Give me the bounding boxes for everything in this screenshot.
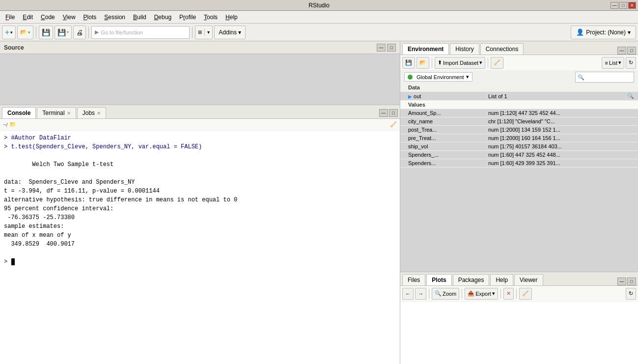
env-save-button[interactable]: 💾: [402, 57, 415, 69]
env-maximize-button[interactable]: □: [627, 47, 636, 55]
source-maximize-button[interactable]: □: [387, 44, 396, 52]
menu-view[interactable]: View: [59, 12, 79, 22]
source-minimize-button[interactable]: —: [377, 44, 386, 52]
env-refresh-button[interactable]: ↻: [626, 57, 636, 69]
plots-refresh-button[interactable]: ↻: [626, 288, 636, 300]
env-row-icon-out: ▶ out: [400, 92, 484, 101]
tab-viewer[interactable]: Viewer: [514, 274, 543, 285]
menu-build[interactable]: Build: [130, 12, 150, 22]
console-line-6: data: Spenders_Cleve and Spenders_NY: [4, 178, 396, 187]
table-row[interactable]: ship_vol num [1:75] 40157 36184 403...: [400, 142, 638, 151]
plots-back-icon: ←: [405, 291, 411, 297]
global-environment-dropdown[interactable]: Global Environment ▾: [404, 72, 472, 82]
console-maximize-button[interactable]: □: [389, 109, 398, 117]
plots-clear-button[interactable]: 🧹: [519, 288, 532, 300]
files-minimize-button[interactable]: —: [617, 278, 626, 285]
plots-forward-button[interactable]: →: [415, 288, 426, 300]
tab-plots[interactable]: Plots: [426, 274, 451, 285]
table-row[interactable]: city_name chr [1:120] "Cleveland" "C...: [400, 117, 638, 126]
tab-packages[interactable]: Packages: [453, 274, 490, 285]
console-line-4: Welch Two Sample t-test: [4, 160, 396, 169]
console-content[interactable]: > #Author DataFlair > t.test(Spenders_Cl…: [0, 131, 400, 364]
env-var-name-post: post_Trea...: [400, 126, 484, 134]
menu-plots[interactable]: Plots: [80, 12, 100, 22]
close-button[interactable]: ✕: [628, 2, 636, 9]
tab-terminal[interactable]: Terminal ✕: [37, 107, 76, 118]
env-content: Data ▶ out List of 1 🔍 Values Amount_Sp.…: [400, 84, 638, 272]
tab-plots-label: Plots: [432, 277, 446, 283]
console-minimize-button[interactable]: —: [379, 109, 388, 117]
menu-code[interactable]: Code: [37, 12, 58, 22]
table-row[interactable]: post_Trea... num [1:2000] 134 159 152 1.…: [400, 126, 638, 134]
main-area: Source — □ Console Terminal ✕ Jobs ✕: [0, 41, 638, 364]
menu-help[interactable]: Help: [222, 12, 241, 22]
env-var-name-amount: Amount_Sp...: [400, 109, 484, 117]
tab-terminal-close[interactable]: ✕: [67, 111, 71, 116]
save-icon: 💾: [42, 28, 50, 36]
values-section-header: Values: [400, 101, 638, 109]
console-prompt-line: >: [4, 257, 396, 266]
folder-icon[interactable]: 📁: [9, 121, 16, 128]
env-load-button[interactable]: 📂: [416, 57, 429, 69]
new-script-icon: +: [5, 28, 9, 37]
export-button[interactable]: 📤 Export ▾: [465, 288, 498, 300]
env-var-value-spenders1: num [1:60] 447 325 452 448...: [484, 151, 638, 159]
minimize-button[interactable]: —: [610, 2, 618, 9]
table-row[interactable]: pre_Treat... num [1:2000] 160 164 156 1.…: [400, 134, 638, 142]
list-view-button[interactable]: ≡ List ▾: [602, 57, 624, 69]
menu-tools[interactable]: Tools: [200, 12, 221, 22]
go-to-file-input[interactable]: ▶ Go to file/function: [91, 26, 190, 39]
tab-help[interactable]: Help: [490, 274, 513, 285]
tab-files[interactable]: Files: [402, 274, 425, 285]
tab-connections[interactable]: Connections: [480, 43, 524, 55]
env-minimize-button[interactable]: —: [617, 47, 626, 55]
addins-chevron-icon: ▾: [238, 29, 241, 36]
addins-button[interactable]: Addins ▾: [214, 26, 246, 39]
project-button[interactable]: 👤 Project: (None) ▾: [571, 26, 636, 39]
env-search-btn-out[interactable]: 🔍: [583, 92, 638, 101]
table-row[interactable]: Spenders... num [1:60] 429 399 325 391..…: [400, 159, 638, 168]
env-toolbar: 💾 📂 ⬆ Import Dataset ▾ 🧹 ≡: [400, 55, 638, 71]
tab-jobs-label: Jobs: [83, 110, 95, 116]
maximize-button[interactable]: □: [619, 2, 627, 9]
menu-edit[interactable]: Edit: [19, 12, 36, 22]
tab-console[interactable]: Console: [2, 107, 36, 118]
env-broom-button[interactable]: 🧹: [491, 57, 503, 69]
tab-jobs[interactable]: Jobs ✕: [77, 107, 106, 118]
table-row[interactable]: Amount_Sp... num [1:120] 447 325 452 44.…: [400, 109, 638, 117]
env-var-name-out: out: [414, 93, 421, 99]
layout-button[interactable]: ⊞ ▾: [195, 26, 213, 39]
plots-delete-button[interactable]: ✕: [503, 288, 514, 300]
zoom-button[interactable]: 🔍 Zoom: [432, 288, 459, 300]
tab-environment[interactable]: Environment: [402, 43, 449, 55]
env-sub-bar: Global Environment ▾: [400, 71, 638, 84]
export-label: Export: [475, 291, 491, 297]
files-sep2: [462, 289, 462, 299]
tab-jobs-close[interactable]: ✕: [97, 111, 101, 116]
plots-back-button[interactable]: ←: [402, 288, 414, 300]
env-save-icon: 💾: [405, 59, 412, 66]
menu-debug[interactable]: Debug: [151, 12, 175, 22]
zoom-icon: 🔍: [435, 290, 442, 297]
files-maximize-button[interactable]: □: [627, 278, 636, 285]
new-script-button[interactable]: + ▾: [2, 26, 16, 39]
menu-profile[interactable]: Profile: [176, 12, 199, 22]
table-row[interactable]: ▶ out List of 1 🔍: [400, 92, 638, 101]
menu-file[interactable]: File: [2, 12, 18, 22]
import-dataset-button[interactable]: ⬆ Import Dataset ▾: [435, 57, 485, 69]
project-user-icon: 👤: [576, 28, 584, 36]
print-button[interactable]: 🖨: [73, 26, 86, 39]
table-row[interactable]: Spenders_... num [1:60] 447 325 452 448.…: [400, 151, 638, 159]
save-button[interactable]: 💾: [39, 26, 53, 39]
save-all-button[interactable]: 💾 ▾: [55, 26, 72, 39]
console-pane-controls: — □: [379, 109, 398, 118]
env-search-input[interactable]: [575, 72, 634, 83]
delete-icon: ✕: [506, 290, 511, 297]
save-all-icon: 💾: [57, 28, 66, 36]
right-panel: Environment History Connections — □ 💾: [400, 41, 638, 364]
console-clear-button[interactable]: 🧹: [390, 121, 397, 128]
tab-history[interactable]: History: [450, 43, 479, 55]
env-data-table: Data ▶ out List of 1 🔍 Values Amount_Sp.…: [400, 84, 638, 168]
menu-session[interactable]: Session: [101, 12, 129, 22]
open-file-button[interactable]: 📂 ▾: [17, 26, 33, 39]
